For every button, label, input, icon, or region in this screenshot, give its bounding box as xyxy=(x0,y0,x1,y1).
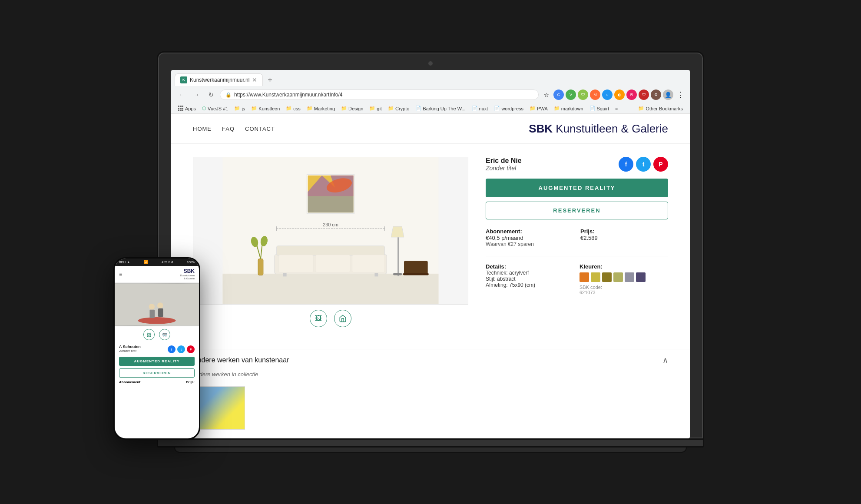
bookmark-apps[interactable]: Apps xyxy=(176,105,199,112)
svg-rect-14 xyxy=(283,273,287,276)
bookmark-css[interactable]: 📁 css xyxy=(283,105,303,112)
svg-rect-7 xyxy=(222,274,438,304)
bookmark-pwa[interactable]: 📁 PWA xyxy=(527,105,550,112)
ext-icon-2[interactable]: V xyxy=(566,90,576,100)
color-swatch-6 xyxy=(636,272,646,282)
bookmark-other-label: Other Bookmarks xyxy=(646,106,683,111)
bookmark-kunstleen[interactable]: 📁 Kunstleen xyxy=(248,105,282,112)
more-bookmarks-icon: » xyxy=(615,106,618,111)
ext-icon-3[interactable]: 🛡 xyxy=(578,90,588,100)
nav-home[interactable]: HOME xyxy=(193,126,212,132)
phone-artist-name: A Schouten xyxy=(119,345,141,349)
tab-close-button[interactable]: ✕ xyxy=(252,76,257,83)
ext-icon-8[interactable]: 🛡 xyxy=(639,90,649,100)
page-icon-squirt: 📄 xyxy=(589,106,596,111)
back-button[interactable]: ← xyxy=(176,89,188,101)
bookmark-other[interactable]: 📁 Other Bookmarks xyxy=(636,105,685,112)
color-swatch-3 xyxy=(602,272,612,282)
bookmark-pwa-label: PWA xyxy=(537,106,548,111)
phone-gallery-btn[interactable]: 🖼 xyxy=(143,329,155,340)
subscription-block: Abonnement: €40,5 p/maand Waarvan €27 sp… xyxy=(486,228,573,247)
forward-button[interactable]: → xyxy=(190,89,202,101)
new-tab-button[interactable]: + xyxy=(264,74,276,86)
ext-icon-1[interactable]: G xyxy=(553,90,564,100)
phone-twitter-icon[interactable]: t xyxy=(177,345,185,353)
svg-rect-10 xyxy=(277,246,385,255)
artwork-title: Zonder titel xyxy=(486,165,522,172)
technique-row: Techniek: acrylverf xyxy=(486,270,574,276)
bookmark-kunstleen-label: Kunstleen xyxy=(258,106,280,111)
svg-rect-16 xyxy=(397,237,399,276)
phone-facebook-icon[interactable]: f xyxy=(168,345,176,353)
bookmark-git[interactable]: 📁 git xyxy=(367,105,384,112)
bookmark-vuejs[interactable]: ⬡ VueJS #1 xyxy=(199,105,231,112)
sbk-code-value: 621073 xyxy=(580,290,668,295)
ar-view-button[interactable] xyxy=(334,310,351,327)
phone-menu-icon[interactable]: ≡ xyxy=(119,271,122,277)
artwork-section: 230 cm 🖼 xyxy=(193,157,468,327)
ext-icon-4[interactable]: M xyxy=(590,90,600,100)
nav-faq[interactable]: FAQ xyxy=(222,126,235,132)
bookmark-crypto[interactable]: 📁 Crypto xyxy=(385,105,412,112)
bookmark-wordpress[interactable]: 📄 wordpress xyxy=(491,105,526,112)
phone-reserve-button[interactable]: RESERVEREN xyxy=(119,368,195,378)
svg-rect-12 xyxy=(315,255,350,272)
bookmark-marketing[interactable]: 📁 Marketing xyxy=(304,105,338,112)
twitter-share-button[interactable]: t xyxy=(636,157,651,172)
vuejs-icon: ⬡ xyxy=(202,106,206,111)
profile-icon[interactable]: 👤 xyxy=(663,90,673,100)
laptop-device: K Kunstwerkaanmijnmuur.nl ✕ + ← → ↻ 🔒 xyxy=(157,51,704,453)
bookmark-js-label: js xyxy=(242,106,245,111)
browser-tabs-bar: K Kunstwerkaanmijnmuur.nl ✕ + xyxy=(171,70,690,86)
svg-text:230 cm: 230 cm xyxy=(323,222,338,227)
folder-icon-crypto: 📁 xyxy=(388,106,394,111)
artwork-image-container: 230 cm xyxy=(193,157,468,305)
bookmark-nuxt[interactable]: 📄 nuxt xyxy=(469,105,491,112)
tab-title: Kunstwerkaanmijnmuur.nl xyxy=(190,77,249,83)
details-grid: Details: Techniek: acrylverf Stijl: abst… xyxy=(486,263,668,295)
folder-icon-pwa: 📁 xyxy=(530,106,536,111)
accordion-header[interactable]: Andere werken van kunstenaar ∧ xyxy=(171,349,690,371)
artist-info: Eric de Nie Zonder titel xyxy=(486,157,522,172)
star-icon[interactable]: ☆ xyxy=(541,90,552,100)
pinterest-share-button[interactable]: P xyxy=(653,157,668,172)
sbk-code-label: SBK code: xyxy=(580,285,668,290)
size-row: Afmeting: 75x90 (cm) xyxy=(486,282,574,288)
phone-ar-button[interactable]: AUGMENTED REALITY xyxy=(119,357,195,366)
svg-rect-30 xyxy=(308,196,353,212)
bookmark-more[interactable]: » xyxy=(613,105,620,112)
artist-name: Eric de Nie xyxy=(486,157,522,165)
phone-battery: 100% xyxy=(187,261,195,264)
svg-rect-5 xyxy=(158,308,163,317)
other-work-thumbnail[interactable] xyxy=(193,386,245,430)
bookmark-markdown[interactable]: 📁 markdown xyxy=(551,105,586,112)
refresh-button[interactable]: ↻ xyxy=(205,89,217,101)
facebook-share-button[interactable]: f xyxy=(619,157,633,172)
svg-point-4 xyxy=(157,303,163,309)
folder-icon-markdown: 📁 xyxy=(554,106,560,111)
bookmark-js[interactable]: 📁 js xyxy=(232,105,248,112)
phone-pinterest-icon[interactable]: P xyxy=(187,345,195,353)
site-main-content: 230 cm 🖼 xyxy=(171,144,690,340)
browser-toolbar-icons: ☆ G V 🛡 M ○ ◐ R 🛡 ⚙ 👤 ⋮ xyxy=(541,90,685,100)
phone-ar-btn[interactable]: 🥽 xyxy=(159,329,170,340)
ext-icon-6[interactable]: ◐ xyxy=(614,90,625,100)
more-button[interactable]: ⋮ xyxy=(675,90,685,100)
bookmark-design[interactable]: 📁 Design xyxy=(338,105,366,112)
laptop-base xyxy=(174,448,687,453)
gallery-view-button[interactable]: 🖼 xyxy=(310,310,327,327)
phone-artwork-title: Zonder titel xyxy=(119,349,141,353)
address-bar[interactable]: 🔒 https://www.Kunstwerkaanmijnmuur.nl/ar… xyxy=(220,90,539,100)
augmented-reality-button[interactable]: AUGMENTED REALITY xyxy=(486,179,668,197)
ext-icon-5[interactable]: ○ xyxy=(602,90,613,100)
bookmark-barking[interactable]: 📄 Barking Up The W... xyxy=(413,105,468,112)
nav-contact[interactable]: CONTACT xyxy=(245,126,275,132)
svg-rect-25 xyxy=(403,273,429,275)
folder-icon-git: 📁 xyxy=(369,106,375,111)
reserve-button[interactable]: RESERVEREN xyxy=(486,202,668,219)
ext-icon-7[interactable]: R xyxy=(626,90,637,100)
bookmark-css-label: css xyxy=(293,106,301,111)
browser-tab-active[interactable]: K Kunstwerkaanmijnmuur.nl ✕ xyxy=(175,73,263,86)
bookmark-squirt[interactable]: 📄 Squirt xyxy=(587,105,612,112)
ext-icon-9[interactable]: ⚙ xyxy=(651,90,661,100)
